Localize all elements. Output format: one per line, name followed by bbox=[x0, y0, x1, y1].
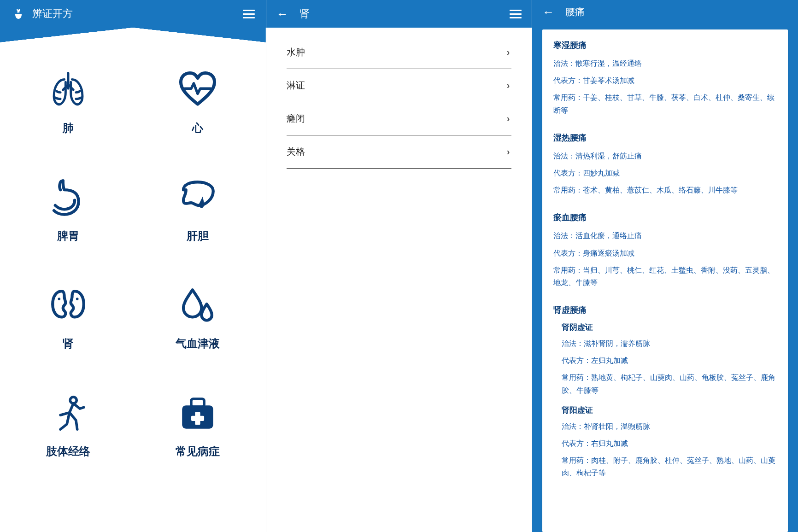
subsection: 肾阴虚证 治法：滋补肾阴，濡养筋脉 代表方：左归丸加减 常用药：熟地黄、枸杞子、… bbox=[553, 322, 777, 397]
panel-categories: 辨证开方 肺 bbox=[0, 0, 266, 532]
tile-label: 肾 bbox=[63, 336, 74, 351]
section-title: 瘀血腰痛 bbox=[553, 212, 777, 223]
tile-lung[interactable]: 肺 bbox=[9, 69, 127, 135]
representative-formula: 代表方：右归丸加减 bbox=[562, 437, 777, 450]
header-title: 腰痛 bbox=[565, 6, 585, 18]
tile-limbs-meridians[interactable]: 肢体经络 bbox=[9, 392, 127, 459]
section: 寒湿腰痛 治法：散寒行湿，温经通络 代表方：甘姜苓术汤加减 常用药：干姜、桂枝、… bbox=[553, 40, 777, 117]
tile-label: 气血津液 bbox=[176, 336, 220, 351]
treatment-method: 治法：滋补肾阴，濡养筋脉 bbox=[562, 337, 777, 350]
syndrome-list: 水肿 › 淋证 › 癃闭 › 关格 › bbox=[266, 28, 532, 169]
chevron-right-icon: › bbox=[507, 80, 510, 91]
back-arrow-icon[interactable]: ← bbox=[542, 6, 554, 18]
header: 辨证开方 bbox=[0, 0, 266, 28]
tile-heart[interactable]: 心 bbox=[138, 69, 256, 135]
tile-label: 肺 bbox=[63, 121, 74, 135]
tile-label: 心 bbox=[192, 121, 203, 135]
stomach-icon bbox=[47, 177, 89, 218]
svg-point-0 bbox=[58, 298, 61, 300]
chevron-right-icon: › bbox=[507, 113, 510, 124]
subsection-title: 肾阴虚证 bbox=[562, 322, 777, 333]
panel-subcategory: ← 肾 水肿 › 淋证 › 癃闭 › 关格 › bbox=[266, 0, 533, 532]
list-item[interactable]: 关格 › bbox=[287, 135, 512, 169]
svg-rect-6 bbox=[191, 416, 204, 421]
list-item-label: 水肿 bbox=[287, 46, 305, 58]
list-item-label: 淋证 bbox=[287, 79, 305, 92]
subsection-title: 肾阳虚证 bbox=[562, 405, 777, 415]
category-grid: 肺 心 bbox=[0, 28, 266, 459]
list-item[interactable]: 淋证 › bbox=[287, 69, 512, 102]
tile-spleen-stomach[interactable]: 脾胃 bbox=[9, 177, 127, 243]
treatment-method: 治法：清热利湿，舒筋止痛 bbox=[553, 150, 777, 162]
tile-liver-gallbladder[interactable]: 肝胆 bbox=[138, 177, 256, 243]
svg-point-1 bbox=[76, 298, 79, 300]
tile-qi-blood-fluid[interactable]: 气血津液 bbox=[138, 285, 256, 351]
tile-label: 常见病症 bbox=[176, 444, 220, 459]
detail-card: 寒湿腰痛 治法：散寒行湿，温经通络 代表方：甘姜苓术汤加减 常用药：干姜、桂枝、… bbox=[542, 29, 788, 532]
list-item[interactable]: 癃闭 › bbox=[287, 102, 512, 135]
common-herbs: 常用药：当归、川芎、桃仁、红花、土鳖虫、香附、没药、五灵脂、地龙、牛膝等 bbox=[553, 264, 777, 289]
medkit-icon bbox=[177, 392, 218, 434]
section-title: 肾虚腰痛 bbox=[553, 304, 777, 316]
header-title: 肾 bbox=[299, 7, 310, 21]
heart-icon bbox=[177, 69, 218, 111]
common-herbs: 常用药：熟地黄、枸杞子、山萸肉、山药、龟板胶、菟丝子、鹿角胶、牛膝等 bbox=[562, 371, 777, 396]
list-item[interactable]: 水肿 › bbox=[287, 36, 512, 69]
common-herbs: 常用药：苍术、黄柏、薏苡仁、木瓜、络石藤、川牛膝等 bbox=[553, 184, 777, 196]
header: ← 腰痛 bbox=[532, 0, 798, 24]
subsection: 肾阳虚证 治法：补肾壮阳，温煦筋脉 代表方：右归丸加减 常用药：肉桂、附子、鹿角… bbox=[553, 405, 777, 479]
tile-label: 肝胆 bbox=[187, 228, 209, 243]
section-title: 湿热腰痛 bbox=[553, 132, 777, 143]
representative-formula: 代表方：四妙丸加减 bbox=[553, 167, 777, 179]
treatment-method: 治法：活血化瘀，通络止痛 bbox=[553, 229, 777, 242]
header: ← 肾 bbox=[266, 0, 532, 28]
tile-kidney[interactable]: 肾 bbox=[9, 285, 127, 351]
common-herbs: 常用药：肉桂、附子、鹿角胶、杜仲、菟丝子、熟地、山药、山萸肉、枸杞子等 bbox=[562, 454, 777, 479]
chevron-right-icon: › bbox=[507, 47, 510, 58]
common-herbs: 常用药：干姜、桂枝、甘草、牛膝、茯苓、白术、杜仲、桑寄生、续断等 bbox=[553, 91, 777, 116]
menu-icon[interactable] bbox=[510, 10, 522, 18]
chevron-right-icon: › bbox=[507, 146, 510, 157]
svg-rect-4 bbox=[191, 399, 204, 407]
tile-common-diseases[interactable]: 常见病症 bbox=[138, 392, 256, 459]
panel-detail: ← 腰痛 寒湿腰痛 治法：散寒行湿，温经通络 代表方：甘姜苓术汤加减 常用药：干… bbox=[532, 0, 798, 532]
app-logo-icon bbox=[11, 6, 26, 21]
back-arrow-icon[interactable]: ← bbox=[276, 8, 288, 20]
header-title: 辨证开方 bbox=[32, 7, 73, 21]
menu-icon[interactable] bbox=[243, 10, 255, 18]
lungs-icon bbox=[47, 69, 89, 111]
representative-formula: 代表方：甘姜苓术汤加减 bbox=[553, 74, 777, 87]
list-item-label: 癃闭 bbox=[287, 112, 305, 125]
liver-icon bbox=[177, 177, 218, 218]
tile-label: 肢体经络 bbox=[46, 444, 90, 459]
section-title: 寒湿腰痛 bbox=[553, 40, 777, 51]
body-icon bbox=[47, 392, 89, 434]
treatment-method: 治法：补肾壮阳，温煦筋脉 bbox=[562, 420, 777, 433]
section: 肾虚腰痛 肾阴虚证 治法：滋补肾阴，濡养筋脉 代表方：左归丸加减 常用药：熟地黄… bbox=[553, 304, 777, 479]
tile-label: 脾胃 bbox=[57, 228, 79, 243]
section: 瘀血腰痛 治法：活血化瘀，通络止痛 代表方：身痛逐瘀汤加减 常用药：当归、川芎、… bbox=[553, 212, 777, 289]
droplets-icon bbox=[177, 285, 218, 326]
representative-formula: 代表方：身痛逐瘀汤加减 bbox=[553, 247, 777, 259]
section: 湿热腰痛 治法：清热利湿，舒筋止痛 代表方：四妙丸加减 常用药：苍术、黄柏、薏苡… bbox=[553, 132, 777, 197]
kidney-icon bbox=[47, 285, 89, 326]
list-item-label: 关格 bbox=[287, 146, 305, 158]
treatment-method: 治法：散寒行湿，温经通络 bbox=[553, 57, 777, 70]
representative-formula: 代表方：左归丸加减 bbox=[562, 354, 777, 367]
